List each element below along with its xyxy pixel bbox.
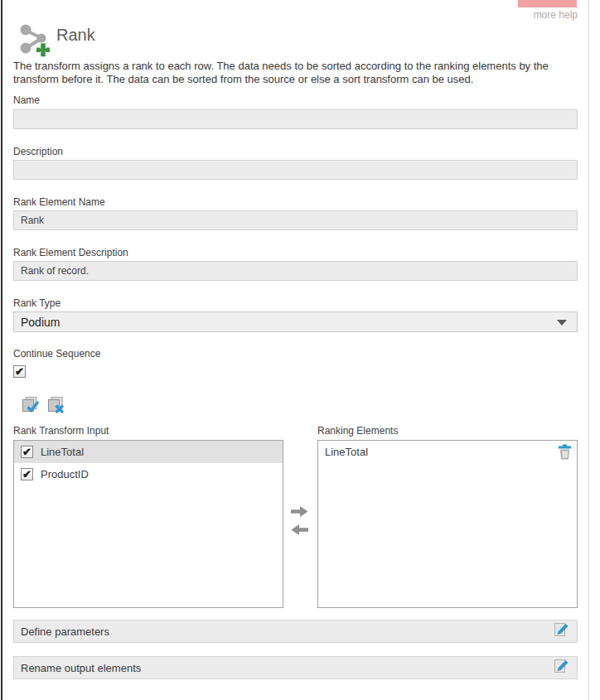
rank-element-description-input[interactable]: [13, 261, 578, 281]
move-left-arrow-icon[interactable]: [291, 524, 309, 538]
edit-pencil-icon[interactable]: [553, 658, 570, 678]
page-title: Rank: [56, 26, 95, 45]
rank-element-name-input[interactable]: [13, 210, 578, 230]
panel-right-divider: [588, 0, 589, 700]
deselect-all-icon[interactable]: [46, 396, 65, 418]
item-checkbox[interactable]: ✔: [21, 468, 33, 480]
rename-output-elements-bar[interactable]: Rename output elements: [13, 656, 578, 679]
item-label: ProductID: [41, 468, 89, 480]
more-help-link[interactable]: more help: [534, 9, 578, 21]
item-label: LineTotal: [41, 446, 84, 458]
rank-type-value: Podium: [21, 316, 60, 329]
rank-type-label: Rank Type: [13, 297, 60, 309]
rank-element-description-label: Rank Element Description: [13, 247, 128, 258]
item-checkbox[interactable]: ✔: [21, 446, 33, 458]
rank-element-name-label: Rank Element Name: [13, 196, 105, 208]
transform-description: The transform assigns a rank to each row…: [13, 60, 570, 86]
green-plus: [36, 43, 51, 57]
name-label: Name: [13, 94, 40, 106]
select-all-icon[interactable]: [20, 396, 40, 418]
rank-transform-input-list[interactable]: ✔LineTotal✔ProductID: [13, 440, 283, 608]
window-left-border: [1, 0, 2, 700]
item-label: LineTotal: [325, 446, 368, 458]
rename-output-elements-label: Rename output elements: [21, 662, 553, 674]
description-label: Description: [13, 146, 63, 157]
rank-transform-panel: more help Rank The transform assigns a r…: [0, 0, 600, 700]
edit-pencil-icon[interactable]: [553, 621, 570, 642]
description-input[interactable]: [13, 160, 578, 180]
ranking-elements-label: Ranking Elements: [317, 425, 398, 437]
rank-transform-icon: [18, 22, 53, 59]
define-parameters-bar[interactable]: Define parameters: [13, 620, 578, 643]
list-item-linetotal[interactable]: ✔LineTotal: [14, 441, 283, 463]
trash-icon[interactable]: [558, 444, 572, 463]
rank-type-dropdown[interactable]: Podium: [13, 311, 578, 332]
help-button-partial[interactable]: [518, 0, 577, 7]
list-item-productid[interactable]: ✔ProductID: [14, 463, 283, 485]
continue-sequence-checkbox[interactable]: ✔: [13, 365, 26, 378]
ranking-elements-list[interactable]: LineTotal: [317, 440, 578, 608]
ranking-item-linetotal[interactable]: LineTotal: [318, 441, 577, 463]
define-parameters-label: Define parameters: [21, 625, 553, 638]
continue-sequence-label: Continue Sequence: [13, 348, 100, 360]
chevron-down-icon: [557, 320, 567, 326]
name-input[interactable]: [13, 109, 578, 129]
rank-transform-input-label: Rank Transform Input: [13, 425, 109, 437]
move-right-arrow-icon[interactable]: [291, 505, 309, 520]
